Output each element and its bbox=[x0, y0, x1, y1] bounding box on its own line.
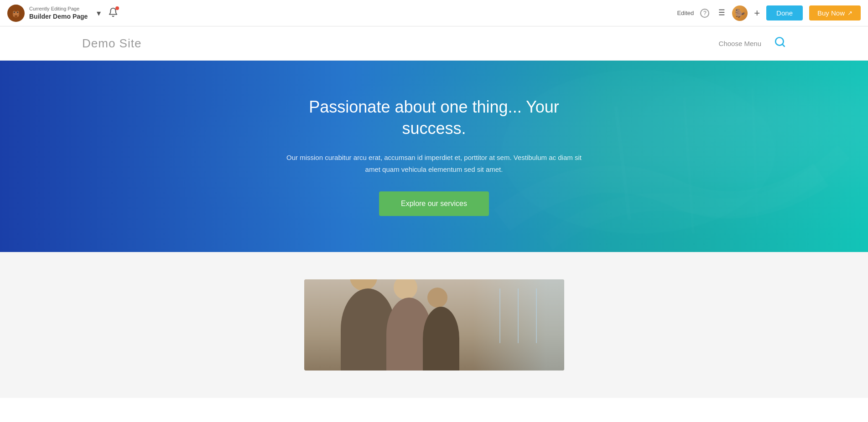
hero-cta-button[interactable]: Explore our services bbox=[379, 191, 489, 216]
hero-headline: Passionate about one thing... Your succe… bbox=[284, 97, 585, 139]
site-navigation: Choose Menu bbox=[719, 36, 786, 51]
admin-bar: Currently Editing Page Builder Demo Page… bbox=[0, 0, 868, 26]
person-head-2 bbox=[394, 279, 417, 299]
content-image bbox=[304, 279, 564, 371]
editing-title-block: Currently Editing Page Builder Demo Page bbox=[29, 5, 88, 20]
done-button[interactable]: Done bbox=[766, 5, 803, 21]
page-name-label: Builder Demo Page bbox=[29, 12, 88, 21]
choose-menu-link[interactable]: Choose Menu bbox=[719, 40, 761, 47]
window-line-2 bbox=[518, 288, 519, 343]
site-name: Demo Site bbox=[82, 36, 141, 51]
svg-point-4 bbox=[14, 11, 15, 13]
hero-subtext: Our mission curabitur arcu erat, accumsa… bbox=[284, 152, 585, 175]
external-link-icon: ↗ bbox=[847, 10, 852, 16]
notification-dot bbox=[115, 6, 119, 10]
user-avatar[interactable]: 🦫 bbox=[732, 5, 748, 21]
people-image bbox=[304, 279, 564, 371]
admin-bar-right: Edited ? 🦫 + Done Buy Now ↗ bbox=[677, 5, 861, 21]
window-line-1 bbox=[499, 288, 500, 343]
search-icon[interactable] bbox=[774, 36, 786, 51]
person-body-3 bbox=[423, 307, 459, 371]
hero-content: Passionate about one thing... Your succe… bbox=[275, 69, 594, 244]
currently-editing-label: Currently Editing Page bbox=[29, 5, 88, 12]
hero-section: Passionate about one thing... Your succe… bbox=[0, 61, 868, 252]
svg-point-5 bbox=[17, 11, 18, 13]
edited-status: Edited bbox=[677, 10, 694, 16]
window-line-3 bbox=[536, 288, 537, 343]
person-head-3 bbox=[427, 288, 447, 308]
svg-line-16 bbox=[782, 44, 785, 46]
site-logo-icon[interactable] bbox=[7, 5, 25, 22]
chevron-down-icon[interactable]: ▾ bbox=[97, 8, 101, 18]
svg-rect-6 bbox=[15, 15, 17, 17]
site-header: Demo Site Choose Menu bbox=[0, 26, 868, 61]
office-background bbox=[473, 279, 564, 371]
notification-button[interactable] bbox=[108, 7, 118, 19]
buy-now-button[interactable]: Buy Now ↗ bbox=[809, 5, 861, 21]
content-section bbox=[0, 252, 868, 398]
list-view-button[interactable] bbox=[716, 7, 726, 19]
admin-bar-icons: ▾ bbox=[97, 7, 118, 19]
add-button[interactable]: + bbox=[754, 7, 760, 19]
buy-now-label: Buy Now bbox=[817, 9, 845, 17]
admin-bar-left: Currently Editing Page Builder Demo Page… bbox=[7, 5, 118, 22]
help-button[interactable]: ? bbox=[700, 9, 709, 18]
